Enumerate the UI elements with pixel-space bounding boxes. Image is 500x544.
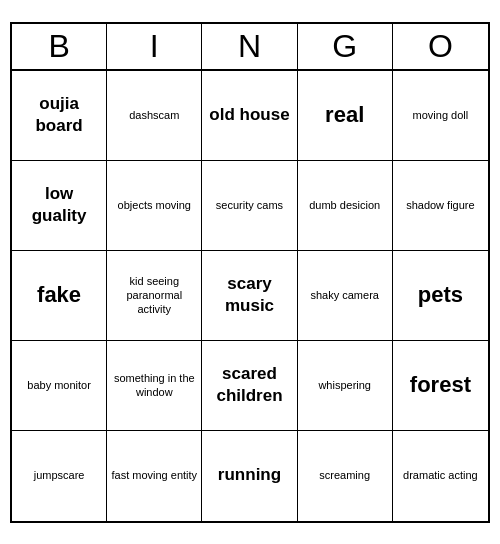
cell-text-24: dramatic acting xyxy=(403,468,478,482)
bingo-cell-12: scary music xyxy=(202,251,297,341)
cell-text-10: fake xyxy=(37,281,81,310)
cell-text-22: running xyxy=(218,464,281,486)
bingo-card: BINGO oujia boarddashscamold houserealmo… xyxy=(10,22,490,523)
cell-text-12: scary music xyxy=(206,273,292,317)
bingo-cell-14: pets xyxy=(393,251,488,341)
bingo-cell-13: shaky camera xyxy=(298,251,393,341)
cell-text-6: objects moving xyxy=(118,198,191,212)
bingo-cell-9: shadow figure xyxy=(393,161,488,251)
bingo-cell-15: baby monitor xyxy=(12,341,107,431)
cell-text-19: forest xyxy=(410,371,471,400)
cell-text-16: something in the window xyxy=(111,371,197,400)
bingo-cell-22: running xyxy=(202,431,297,521)
bingo-cell-1: dashscam xyxy=(107,71,202,161)
header-letter-b: B xyxy=(12,24,107,69)
cell-text-7: security cams xyxy=(216,198,283,212)
cell-text-1: dashscam xyxy=(129,108,179,122)
cell-text-13: shaky camera xyxy=(310,288,378,302)
bingo-cell-4: moving doll xyxy=(393,71,488,161)
cell-text-15: baby monitor xyxy=(27,378,91,392)
bingo-cell-19: forest xyxy=(393,341,488,431)
bingo-cell-17: scared children xyxy=(202,341,297,431)
bingo-cell-7: security cams xyxy=(202,161,297,251)
cell-text-0: oujia board xyxy=(16,93,102,137)
bingo-cell-21: fast moving entity xyxy=(107,431,202,521)
bingo-cell-2: old house xyxy=(202,71,297,161)
cell-text-8: dumb desicion xyxy=(309,198,380,212)
cell-text-9: shadow figure xyxy=(406,198,475,212)
cell-text-3: real xyxy=(325,101,364,130)
cell-text-21: fast moving entity xyxy=(111,468,197,482)
bingo-cell-8: dumb desicion xyxy=(298,161,393,251)
cell-text-5: low guality xyxy=(16,183,102,227)
cell-text-18: whispering xyxy=(318,378,371,392)
header-letter-o: O xyxy=(393,24,488,69)
cell-text-20: jumpscare xyxy=(34,468,85,482)
bingo-cell-5: low guality xyxy=(12,161,107,251)
bingo-cell-23: screaming xyxy=(298,431,393,521)
bingo-cell-10: fake xyxy=(12,251,107,341)
bingo-cell-6: objects moving xyxy=(107,161,202,251)
bingo-cell-24: dramatic acting xyxy=(393,431,488,521)
bingo-cell-3: real xyxy=(298,71,393,161)
header-letter-g: G xyxy=(298,24,393,69)
cell-text-23: screaming xyxy=(319,468,370,482)
bingo-cell-11: kid seeing paranormal activity xyxy=(107,251,202,341)
cell-text-4: moving doll xyxy=(413,108,469,122)
bingo-header: BINGO xyxy=(12,24,488,71)
cell-text-2: old house xyxy=(209,104,289,126)
bingo-grid: oujia boarddashscamold houserealmoving d… xyxy=(12,71,488,521)
cell-text-17: scared children xyxy=(206,363,292,407)
cell-text-11: kid seeing paranormal activity xyxy=(111,274,197,317)
bingo-cell-18: whispering xyxy=(298,341,393,431)
bingo-cell-20: jumpscare xyxy=(12,431,107,521)
bingo-cell-0: oujia board xyxy=(12,71,107,161)
bingo-cell-16: something in the window xyxy=(107,341,202,431)
header-letter-n: N xyxy=(202,24,297,69)
header-letter-i: I xyxy=(107,24,202,69)
cell-text-14: pets xyxy=(418,281,463,310)
